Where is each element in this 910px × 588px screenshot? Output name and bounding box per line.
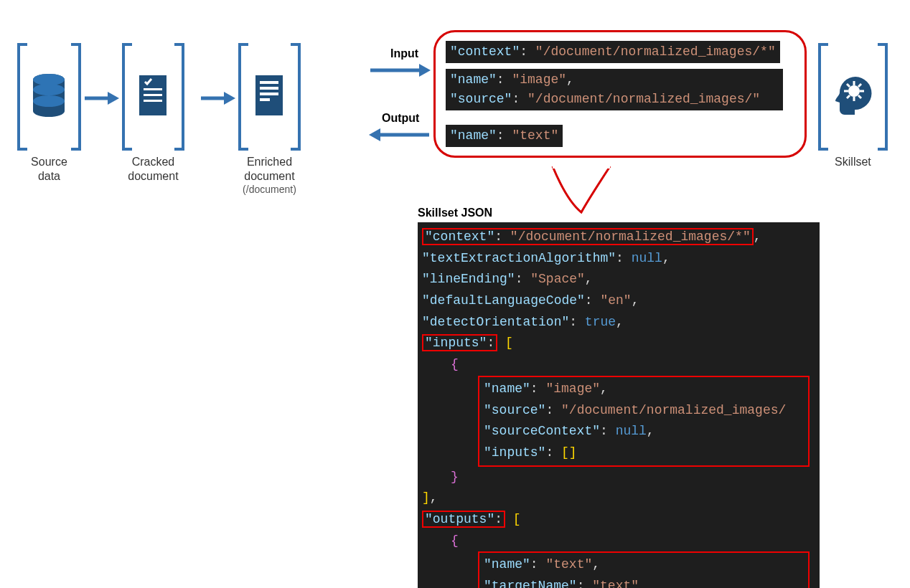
arrow-2 — [200, 90, 235, 107]
skillset-icon — [831, 72, 874, 121]
input-label: Input — [390, 47, 418, 60]
svg-point-5 — [33, 74, 65, 85]
svg-rect-11 — [144, 100, 162, 102]
bracket-left — [238, 43, 248, 151]
bracket-right — [878, 43, 888, 151]
callout-output-line: "name": "text" — [446, 125, 563, 147]
stage-enriched-label: Enricheddocument (/document) — [238, 155, 301, 196]
svg-rect-16 — [260, 87, 278, 90]
callout-bubble: "context": "/document/normalized_images/… — [433, 30, 807, 158]
svg-rect-18 — [260, 98, 270, 101]
arrow-input — [369, 62, 431, 79]
stage-source-label: Sourcedata — [17, 155, 81, 184]
bracket-right — [174, 43, 184, 151]
json-block: "context": "/document/normalized_images/… — [418, 222, 820, 588]
stage-cracked: Crackeddocument — [122, 43, 184, 184]
svg-point-23 — [848, 85, 860, 97]
json-title: Skillset JSON — [418, 207, 492, 219]
bracket-right — [291, 43, 301, 151]
svg-marker-22 — [369, 128, 380, 141]
stage-cracked-label: Crackeddocument — [122, 155, 184, 184]
callout-tail — [545, 165, 617, 215]
arrow-1 — [83, 90, 119, 107]
database-icon — [30, 72, 67, 121]
stage-enriched: Enricheddocument (/document) — [238, 43, 301, 196]
svg-marker-7 — [108, 92, 119, 105]
svg-rect-9 — [144, 88, 162, 90]
document-icon — [135, 72, 171, 121]
stage-skillset: Skillset — [818, 43, 888, 169]
svg-point-4 — [33, 95, 65, 107]
bracket-left — [17, 43, 27, 151]
bracket-left — [818, 43, 828, 151]
svg-rect-10 — [144, 94, 162, 96]
document-lines-icon — [251, 72, 287, 121]
svg-rect-17 — [260, 93, 278, 95]
stage-enriched-path: (/document) — [238, 184, 301, 196]
stage-source: Sourcedata — [17, 43, 81, 184]
stage-skillset-label: Skillset — [818, 155, 888, 169]
svg-rect-15 — [260, 81, 278, 84]
output-label: Output — [382, 112, 419, 125]
callout-context-line: "context": "/document/normalized_images/… — [446, 41, 780, 63]
bracket-left — [122, 43, 132, 151]
arrow-output — [369, 126, 431, 143]
bracket-right — [71, 43, 81, 151]
svg-marker-20 — [419, 64, 431, 77]
callout-input-block: "name": "image", "source": "/document/no… — [446, 69, 783, 110]
svg-point-3 — [33, 84, 65, 95]
svg-point-2 — [33, 105, 65, 117]
svg-marker-13 — [224, 92, 235, 105]
